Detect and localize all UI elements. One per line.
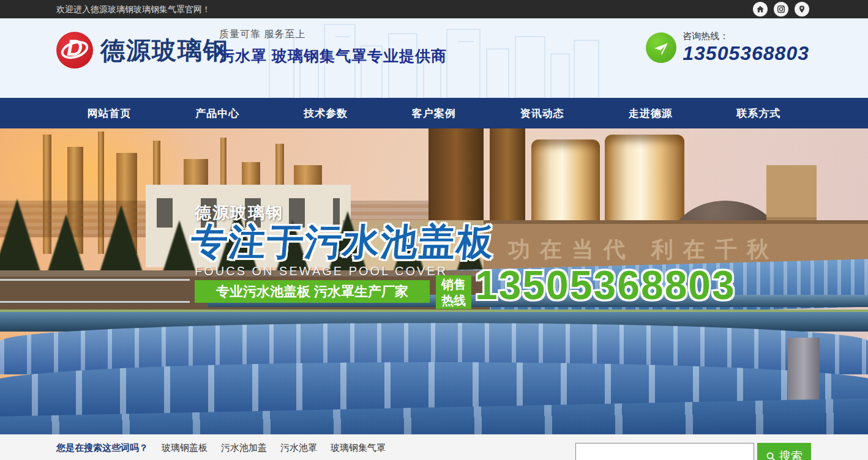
hero-subtitle-en: FOUCS ON SEWAGE POOL COVER: [195, 264, 447, 278]
keyword-link-4[interactable]: 玻璃钢集气罩: [331, 442, 386, 454]
logo-icon: D: [56, 32, 93, 69]
hotline: 咨询热线： 13505368803: [646, 31, 809, 65]
welcome-text: 欢迎进入德源玻璃钢玻璃钢集气罩官网！: [56, 4, 211, 15]
hero-scene-layer: [0, 301, 190, 303]
sales-phone-number: 13505368803: [475, 262, 736, 308]
search-prompt: 您是在搜索这些词吗？: [56, 442, 148, 454]
slogan-main: 污水罩 玻璃钢集气罩专业提供商: [219, 46, 447, 66]
keyword-link-2[interactable]: 污水池加盖: [221, 442, 267, 454]
hero-scene-layer: [0, 279, 190, 281]
hero-banner[interactable]: 功在当代 利在千秋 德源玻璃钢 专注于污水池盖板 FOUCS ON SEWAGE…: [0, 128, 868, 434]
hotline-number: 13505368803: [683, 42, 809, 65]
topbar-social-icons: [753, 2, 809, 17]
hero-tagline-bar: 专业污水池盖板 污水罩生产厂家: [195, 280, 430, 303]
sales-hotline-badge: 销售 热线: [436, 275, 471, 309]
nav-item-about[interactable]: 走进德源: [596, 98, 705, 128]
search-button-label: 搜索: [779, 448, 803, 460]
search-strip: 您是在搜索这些词吗？ 玻璃钢盖板 污水池加盖 污水池罩 玻璃钢集气罩 搜索: [0, 434, 868, 460]
location-icon[interactable]: [795, 2, 809, 17]
hero-title: 专注于污水池盖板: [189, 218, 496, 267]
nav-item-products[interactable]: 产品中心: [163, 98, 272, 128]
logo[interactable]: D 德源玻璃钢: [56, 32, 229, 69]
nav-item-cases[interactable]: 客户案例: [380, 98, 488, 128]
sales-badge-line2: 热线: [436, 292, 471, 308]
site-header: D 德源玻璃钢 质量可靠 服务至上 污水罩 玻璃钢集气罩专业提供商 咨询热线： …: [0, 18, 868, 98]
logo-letter: D: [56, 35, 93, 61]
search-input[interactable]: [575, 443, 754, 460]
company-name: 德源玻璃钢: [100, 34, 229, 67]
search-button[interactable]: 搜索: [757, 443, 811, 460]
nav-item-contact[interactable]: 联系方式: [705, 98, 813, 128]
paper-plane-icon: [646, 32, 676, 63]
magnifier-icon: [766, 451, 776, 460]
camera-icon[interactable]: [774, 2, 788, 17]
nav-item-news[interactable]: 资讯动态: [488, 98, 596, 128]
keyword-link-1[interactable]: 玻璃钢盖板: [162, 442, 208, 454]
slogan-small: 质量可靠 服务至上: [219, 28, 447, 41]
nav-item-home[interactable]: 网站首页: [55, 98, 163, 128]
keyword-link-3[interactable]: 污水池罩: [280, 442, 317, 454]
header-slogan: 质量可靠 服务至上 污水罩 玻璃钢集气罩专业提供商: [219, 28, 447, 66]
sales-badge-line1: 销售: [436, 276, 471, 292]
top-bar: 欢迎进入德源玻璃钢玻璃钢集气罩官网！: [0, 0, 868, 18]
nav-item-specs[interactable]: 技术参数: [272, 98, 380, 128]
hotline-label: 咨询热线：: [683, 31, 809, 42]
main-nav: 网站首页 产品中心 技术参数 客户案例 资讯动态 走进德源 联系方式: [0, 98, 868, 128]
home-icon[interactable]: [753, 2, 768, 17]
